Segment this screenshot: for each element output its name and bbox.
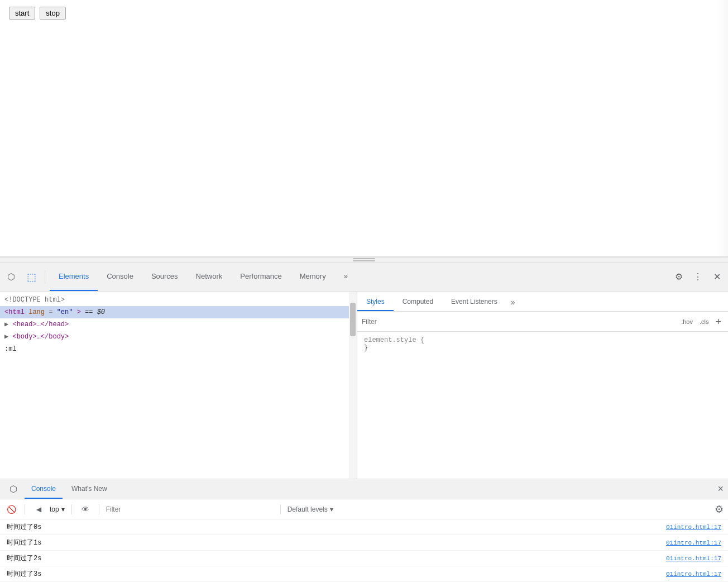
dom-line-head[interactable]: ▶ <head>…</head> <box>0 318 357 331</box>
inspector-toggle-button[interactable]: ⬡ <box>2 268 20 286</box>
inspector-icon: ⬚ <box>27 271 36 283</box>
devtools-panel: ⬡ ⬚ Elements Console Sources Network Per… <box>0 263 728 582</box>
console-context-selector[interactable]: top ▾ <box>50 505 65 513</box>
dom-line-doctype[interactable]: <!DOCTYPE html> <box>0 294 357 306</box>
doctype-text: <!DOCTYPE html> <box>4 296 65 304</box>
console-area: ⬡ Console What's New × 🚫 ◀ top ▾ <box>0 479 728 582</box>
console-clear-button[interactable]: 🚫 <box>4 503 18 516</box>
dom-panel: <!DOCTYPE html> <html lang = "en" > == $… <box>0 292 357 479</box>
dom-tree[interactable]: <!DOCTYPE html> <html lang = "en" > == $… <box>0 292 357 479</box>
more-icon: ⋮ <box>693 271 702 282</box>
console-arrow-icon: ⬡ <box>9 484 17 494</box>
console-log-text-2: 时间过了2s <box>7 554 41 563</box>
tab-computed[interactable]: Computed <box>394 298 442 311</box>
console-log-text-3: 时间过了3s <box>7 569 41 579</box>
console-close-button[interactable]: × <box>717 483 724 495</box>
element-picker-button[interactable]: ⬚ <box>22 268 40 286</box>
head-arrow: ▶ <box>4 321 8 328</box>
body-tag: <body>…</body> <box>12 333 69 341</box>
resize-line-2 <box>353 260 375 261</box>
devtools-toolbar: ⬡ ⬚ Elements Console Sources Network Per… <box>0 263 728 292</box>
tab-event-listeners[interactable]: Event Listeners <box>442 298 506 311</box>
console-tabs-bar: ⬡ Console What's New × <box>0 479 728 499</box>
dollar-zero: $0 <box>97 308 105 316</box>
tab-memory[interactable]: Memory <box>291 263 335 291</box>
console-log-link-1[interactable]: 01intro.html:17 <box>666 540 721 546</box>
gear-icon: ⚙ <box>675 271 683 282</box>
browser-viewport: start stop <box>0 0 728 257</box>
element-style-close: } <box>364 344 721 352</box>
eye-icon: 👁 <box>82 505 89 514</box>
console-log-entry-1: 时间过了1s 01intro.html:17 <box>0 535 728 551</box>
console-separator-4 <box>280 504 281 514</box>
tab-network[interactable]: Network <box>187 263 232 291</box>
devtools-more-button[interactable]: ⋮ <box>689 268 707 286</box>
styles-content: element.style { } <box>357 332 728 356</box>
console-log-link-3[interactable]: 01intro.html:17 <box>666 571 721 578</box>
console-filter-input[interactable] <box>106 505 274 513</box>
console-log-text-1: 时间过了1s <box>7 538 41 547</box>
console-levels-button[interactable]: Default levels ▾ <box>288 505 333 513</box>
settings-gear-icon: ⚙ <box>715 504 724 515</box>
console-log-entry-2: 时间过了2s 01intro.html:17 <box>0 551 728 566</box>
filter-actions: :hov .cls + <box>679 317 724 327</box>
console-separator-2 <box>71 504 72 514</box>
tab-styles[interactable]: Styles <box>357 298 394 311</box>
extra-text: :ml <box>4 345 17 353</box>
dropdown-arrow-icon: ▾ <box>61 505 65 513</box>
dom-line-extra: :ml <box>0 343 357 355</box>
no-sign-icon: 🚫 <box>7 505 16 514</box>
resize-indicator <box>353 258 375 261</box>
page-content: start stop <box>0 0 728 26</box>
dom-line-html[interactable]: <html lang = "en" > == $0 <box>0 306 357 318</box>
console-separator-3 <box>99 504 99 514</box>
body-arrow: ▶ <box>4 333 8 341</box>
head-tag: <head>…</head> <box>12 321 69 328</box>
tab-console-bottom[interactable]: Console <box>25 479 63 499</box>
devtools-body: <!DOCTYPE html> <html lang = "en" > == $… <box>0 292 728 479</box>
console-log-entry-0: 时间过了0s 01intro.html:17 <box>0 519 728 535</box>
cursor-icon: ⬡ <box>7 271 15 282</box>
devtools-resize-handle[interactable] <box>0 257 728 263</box>
console-eye-button[interactable]: 👁 <box>79 503 92 516</box>
tab-performance[interactable]: Performance <box>231 263 290 291</box>
left-arrow-icon: ◀ <box>36 505 41 513</box>
styles-filter-bar: :hov .cls + <box>357 312 728 332</box>
tab-elements[interactable]: Elements <box>50 263 98 291</box>
stop-button[interactable]: stop <box>40 7 66 20</box>
devtools-close-button[interactable]: ✕ <box>708 268 726 286</box>
styles-filter-input[interactable] <box>362 318 674 326</box>
console-log-link-0[interactable]: 01intro.html:17 <box>666 524 721 531</box>
console-left-icon[interactable]: ⬡ <box>4 480 22 498</box>
add-style-button[interactable]: + <box>713 317 724 327</box>
styles-panel: Styles Computed Event Listeners » :hov .… <box>357 292 728 479</box>
dom-scrollbar[interactable] <box>349 292 357 479</box>
cls-button[interactable]: .cls <box>697 317 711 326</box>
hov-button[interactable]: :hov <box>679 317 695 326</box>
console-separator-1 <box>25 504 25 514</box>
viewport-resize-handle <box>717 0 728 256</box>
devtools-toolbar-right: ⚙ ⋮ ✕ <box>670 268 726 286</box>
html-lang-attr: lang <box>28 308 45 316</box>
dom-scrollbar-thumb[interactable] <box>350 303 356 336</box>
levels-arrow-icon: ▾ <box>330 505 333 513</box>
console-settings-button[interactable]: ⚙ <box>715 503 724 516</box>
toolbar-separator <box>45 270 45 284</box>
element-style-selector: element.style { <box>364 336 721 344</box>
dom-line-body[interactable]: ▶ <body>…</body> <box>0 331 357 343</box>
tab-whats-new[interactable]: What's New <box>65 479 114 499</box>
resize-line-1 <box>353 258 375 259</box>
tab-console[interactable]: Console <box>98 263 142 291</box>
styles-tabs: Styles Computed Event Listeners » <box>357 292 728 312</box>
start-button[interactable]: start <box>9 7 35 20</box>
devtools-settings-button[interactable]: ⚙ <box>670 268 688 286</box>
tab-sources[interactable]: Sources <box>142 263 187 291</box>
console-log-link-2[interactable]: 01intro.html:17 <box>666 555 721 562</box>
tab-more[interactable]: » <box>335 263 357 291</box>
console-context-arrow[interactable]: ◀ <box>32 503 45 516</box>
close-icon: ✕ <box>713 271 721 282</box>
html-lang-value: "en" <box>57 308 73 316</box>
console-log-entry-3: 时间过了3s 01intro.html:17 <box>0 566 728 582</box>
styles-tab-more[interactable]: » <box>506 298 520 311</box>
console-logs: 时间过了0s 01intro.html:17 时间过了1s 01intro.ht… <box>0 519 728 582</box>
